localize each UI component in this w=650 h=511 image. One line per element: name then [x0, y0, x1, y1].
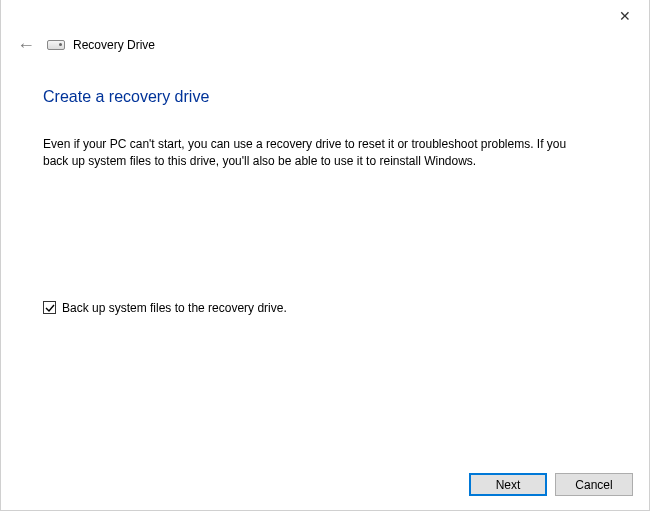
wizard-header: ← Recovery Drive [1, 32, 649, 56]
next-button[interactable]: Next [469, 473, 547, 496]
titlebar: ✕ [1, 0, 649, 32]
close-icon[interactable]: ✕ [613, 6, 637, 26]
body-text: Even if your PC can't start, you can use… [43, 136, 583, 171]
backup-checkbox-label: Back up system files to the recovery dri… [62, 301, 287, 315]
checkbox-icon[interactable] [43, 301, 56, 314]
back-arrow-icon[interactable]: ← [15, 34, 37, 56]
drive-icon [47, 40, 65, 50]
footer-buttons: Next Cancel [469, 473, 633, 496]
cancel-button[interactable]: Cancel [555, 473, 633, 496]
content-area: Create a recovery drive Even if your PC … [1, 56, 649, 315]
backup-checkbox-row[interactable]: Back up system files to the recovery dri… [43, 301, 607, 315]
window-title: Recovery Drive [73, 38, 155, 52]
page-heading: Create a recovery drive [43, 88, 607, 106]
